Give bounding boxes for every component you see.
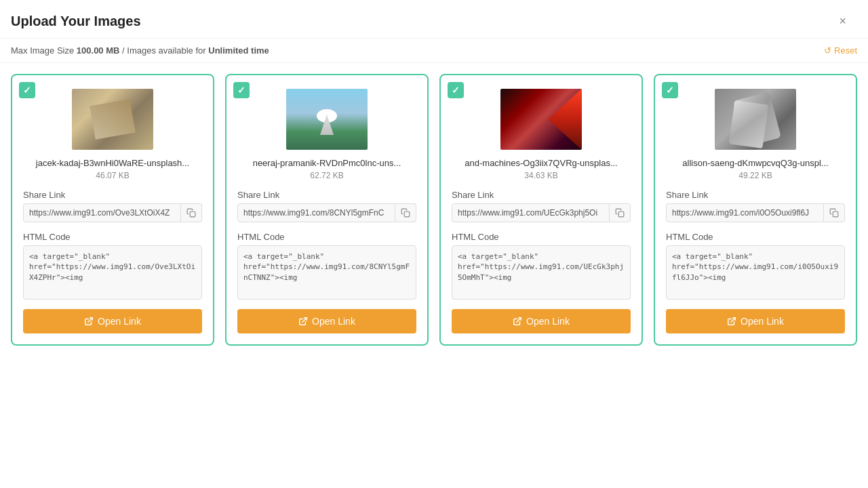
share-link-input-4[interactable] — [666, 203, 824, 222]
svg-rect-4 — [618, 211, 624, 217]
image-preview-2 — [286, 89, 368, 150]
html-code-area-4[interactable]: <a target="_blank" href="https://www.img… — [666, 245, 845, 300]
open-link-button-3[interactable]: Open Link — [452, 309, 631, 333]
share-link-label-2: Share Link — [237, 190, 279, 200]
dialog-title: Upload Your Images — [11, 14, 141, 29]
open-link-icon-2 — [298, 317, 308, 326]
svg-line-5 — [517, 318, 521, 322]
reset-icon: ↺ — [824, 45, 831, 56]
info-text: Max Image Size 100.00 MB / Images availa… — [11, 45, 269, 56]
filesize-1: 46.07 KB — [96, 171, 129, 180]
open-link-button-2[interactable]: Open Link — [237, 309, 416, 333]
share-link-input-1[interactable] — [23, 203, 181, 222]
svg-rect-6 — [833, 211, 838, 217]
available-value: Unlimited time — [208, 45, 269, 56]
cards-container: ✓ jacek-kadaj-B3wnHi0WaRE-unsplash... 46… — [0, 63, 868, 357]
image-preview-3 — [500, 89, 582, 150]
image-preview-1 — [72, 89, 153, 150]
share-link-row-3 — [452, 203, 631, 222]
filesize-4: 49.22 KB — [738, 171, 772, 180]
html-code-area-2[interactable]: <a target="_blank" href="https://www.img… — [237, 245, 416, 300]
check-badge-3: ✓ — [448, 82, 464, 98]
filesize-2: 62.72 KB — [310, 171, 343, 180]
card-2: ✓ neeraj-pramanik-RVDnPmc0lnc-uns... 62.… — [225, 74, 429, 346]
svg-rect-2 — [404, 211, 410, 217]
html-code-area-1[interactable]: <a target="_blank" href="https://www.img… — [23, 245, 202, 300]
html-code-label-4: HTML Code — [666, 232, 713, 242]
filesize-3: 34.63 KB — [524, 171, 557, 180]
upload-dialog: Upload Your Images × Max Image Size 100.… — [0, 0, 868, 488]
open-link-label-3: Open Link — [526, 316, 570, 327]
reset-label: Reset — [834, 45, 857, 56]
copy-link-button-2[interactable] — [395, 203, 416, 222]
card-4: ✓ allison-saeng-dKmwpcvqQ3g-unspl... 49.… — [654, 74, 857, 346]
copy-link-button-4[interactable] — [824, 203, 845, 222]
open-link-button-4[interactable]: Open Link — [666, 309, 845, 333]
open-link-icon-4 — [727, 317, 736, 326]
copy-link-button-3[interactable] — [610, 203, 631, 222]
open-link-icon-1 — [84, 317, 94, 326]
check-badge-1: ✓ — [19, 82, 35, 98]
open-link-button-1[interactable]: Open Link — [23, 309, 202, 333]
html-code-label-2: HTML Code — [237, 232, 285, 242]
open-link-label-1: Open Link — [98, 316, 141, 327]
filename-3: and-machines-Og3iix7QVRg-unsplas... — [465, 158, 617, 168]
html-code-area-3[interactable]: <a target="_blank" href="https://www.img… — [452, 245, 631, 300]
share-link-row-4 — [666, 203, 845, 222]
svg-line-3 — [302, 318, 307, 322]
share-link-row-2 — [237, 203, 416, 222]
open-link-label-2: Open Link — [312, 316, 355, 327]
svg-line-1 — [88, 318, 92, 322]
filename-1: jacek-kadaj-B3wnHi0WaRE-unsplash... — [36, 158, 189, 168]
share-link-label-4: Share Link — [666, 190, 708, 200]
close-button[interactable]: × — [833, 12, 852, 30]
card-3: ✓ and-machines-Og3iix7QVRg-unsplas... 34… — [439, 74, 643, 346]
share-link-label-3: Share Link — [452, 190, 494, 200]
share-link-input-2[interactable] — [237, 203, 395, 222]
card-1: ✓ jacek-kadaj-B3wnHi0WaRE-unsplash... 46… — [11, 74, 214, 346]
check-badge-2: ✓ — [233, 82, 250, 98]
share-link-input-3[interactable] — [452, 203, 610, 222]
filename-4: allison-saeng-dKmwpcvqQ3g-unspl... — [682, 158, 828, 168]
max-size-label: Max Image Size — [11, 45, 74, 56]
open-link-icon-3 — [513, 317, 522, 326]
max-size-value: 100.00 MB — [77, 45, 120, 56]
open-link-label-4: Open Link — [741, 316, 784, 327]
info-bar: Max Image Size 100.00 MB / Images availa… — [0, 39, 868, 63]
share-link-label-1: Share Link — [23, 190, 65, 200]
filename-2: neeraj-pramanik-RVDnPmc0lnc-uns... — [253, 158, 401, 168]
copy-link-button-1[interactable] — [181, 203, 202, 222]
reset-button[interactable]: ↺ Reset — [824, 45, 857, 56]
separator: / — [122, 45, 125, 56]
html-code-label-3: HTML Code — [452, 232, 499, 242]
html-code-label-1: HTML Code — [23, 232, 71, 242]
share-link-row-1 — [23, 203, 202, 222]
svg-line-7 — [731, 318, 735, 322]
check-badge-4: ✓ — [662, 82, 678, 98]
svg-rect-0 — [190, 211, 195, 217]
image-preview-4 — [715, 89, 796, 150]
dialog-header: Upload Your Images × — [0, 0, 868, 39]
available-label: Images available for — [127, 45, 205, 56]
